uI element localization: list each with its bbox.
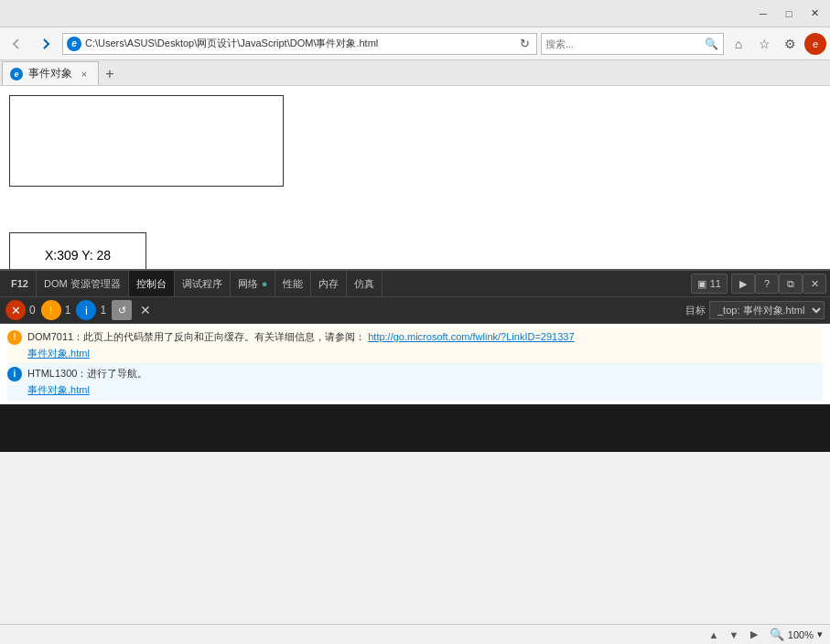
devtools-simulation-tab[interactable]: 仿真: [347, 271, 383, 296]
content-area: X:309 Y: 28: [0, 86, 830, 269]
console-line-info: i HTML1300：进行了导航。 事件对象.html: [7, 364, 823, 401]
forward-button[interactable]: [33, 31, 59, 57]
devtools-dock-button[interactable]: ⧉: [779, 274, 803, 294]
devtools-close-button[interactable]: ✕: [803, 274, 826, 294]
monitor-count: 11: [710, 278, 721, 289]
address-text: C:\Users\ASUS\Desktop\网页设计\JavaScript\DO…: [85, 37, 512, 50]
title-bar: ─ □ ✕: [0, 0, 830, 27]
tab-事件对象[interactable]: e 事件对象 ×: [2, 61, 99, 85]
settings-button[interactable]: ⚙: [779, 33, 801, 55]
devtools-panel: F12 DOM 资源管理器 控制台 调试程序 网络 ● 性能 内存 仿真 ▣ 1…: [0, 269, 830, 452]
warning-code: DOM7011：此页上的代码禁用了反向和正向缓存。有关详细信息，请参阅：: [27, 331, 365, 342]
error-badge[interactable]: ✕: [5, 300, 26, 320]
console-clear-button[interactable]: ✕: [135, 300, 156, 320]
search-button[interactable]: 🔍: [703, 36, 719, 52]
zoom-area: 🔍 100% ▾: [770, 628, 823, 641]
devtools-network-tab[interactable]: 网络 ●: [231, 271, 276, 296]
devtools-console-tab[interactable]: 控制台: [129, 271, 175, 296]
devtools-memory-tab[interactable]: 内存: [311, 271, 347, 296]
scroll-right-button[interactable]: ▶: [746, 627, 762, 643]
devtools-help-button[interactable]: ?: [755, 274, 779, 294]
status-bar: ▲ ▼ ▶ 🔍 100% ▾: [0, 624, 830, 644]
console-output: ! DOM7011：此页上的代码禁用了反向和正向缓存。有关详细信息，请参阅： h…: [0, 324, 830, 404]
address-bar[interactable]: e C:\Users\ASUS\Desktop\网页设计\JavaScript\…: [62, 33, 537, 55]
monitor-icon: ▣: [697, 278, 706, 290]
zoom-dropdown-icon[interactable]: ▾: [817, 628, 823, 640]
search-bar: 🔍: [541, 33, 724, 55]
devtools-play-button[interactable]: ▶: [731, 274, 755, 294]
coord-text: X:309 Y: 28: [45, 248, 111, 263]
target-bar: 目标 _top: 事件对象.html: [685, 301, 825, 319]
scroll-buttons: ▲ ▼ ▶: [706, 627, 762, 643]
console-refresh-button[interactable]: ↺: [112, 300, 132, 320]
tab-close-button[interactable]: ×: [78, 68, 91, 80]
devtools-right-controls: ▣ 11 ▶ ? ⧉ ✕: [691, 274, 826, 294]
refresh-button[interactable]: ↻: [516, 36, 533, 52]
user-button[interactable]: e: [804, 33, 826, 55]
coord-box: X:309 Y: 28: [9, 232, 146, 269]
info-icon: i: [7, 367, 22, 381]
target-label: 目标: [685, 304, 706, 317]
main-bordered-box: [9, 95, 284, 187]
ie-icon: e: [67, 37, 81, 51]
nav-bar: e C:\Users\ASUS\Desktop\网页设计\JavaScript\…: [0, 27, 830, 60]
scroll-down-button[interactable]: ▼: [726, 627, 742, 643]
warning-badge[interactable]: !: [41, 300, 61, 320]
tab-favicon: e: [10, 68, 23, 80]
back-button[interactable]: [4, 31, 29, 57]
warning-link[interactable]: http://go.microsoft.com/fwlink/?LinkID=2…: [368, 331, 574, 342]
devtools-debugger-tab[interactable]: 调试程序: [175, 271, 231, 296]
devtools-monitor-button[interactable]: ▣ 11: [691, 274, 728, 294]
nav-right-icons: ⌂ ☆ ⚙ e: [728, 33, 826, 55]
browser-content: X:309 Y: 28: [0, 86, 830, 269]
info-badge[interactable]: i: [76, 300, 96, 320]
warning-file[interactable]: 事件对象.html: [27, 348, 90, 359]
error-count: 0: [29, 304, 36, 317]
search-input[interactable]: [545, 38, 701, 49]
info-file[interactable]: 事件对象.html: [27, 384, 90, 395]
favorites-button[interactable]: ☆: [753, 33, 775, 55]
zoom-level: 100%: [788, 629, 814, 640]
devtools-action-bar: ✕ 0 ! 1 i 1 ↺ ✕ 目标 _top: 事件对象.html: [0, 296, 830, 324]
console-info-text: HTML1300：进行了导航。 事件对象.html: [27, 366, 823, 398]
home-button[interactable]: ⌂: [728, 33, 749, 55]
tab-label: 事件对象: [28, 66, 72, 81]
devtools-tabs: F12 DOM 资源管理器 控制台 调试程序 网络 ● 性能 内存 仿真 ▣ 1…: [0, 271, 830, 296]
warning-count: 1: [65, 304, 71, 317]
info-count: 1: [100, 304, 106, 317]
zoom-icon: 🔍: [770, 628, 784, 641]
title-bar-buttons: ─ □ ✕: [751, 4, 826, 24]
close-button[interactable]: ✕: [803, 4, 826, 24]
console-line-warning: ! DOM7011：此页上的代码禁用了反向和正向缓存。有关详细信息，请参阅： h…: [7, 327, 823, 364]
minimize-button[interactable]: ─: [751, 4, 775, 24]
new-tab-button[interactable]: +: [99, 63, 121, 85]
scroll-up-button[interactable]: ▲: [706, 627, 722, 643]
devtools-performance-tab[interactable]: 性能: [275, 271, 311, 296]
target-select[interactable]: _top: 事件对象.html: [709, 301, 825, 319]
tab-bar: e 事件对象 × +: [0, 60, 830, 86]
info-code: HTML1300：进行了导航。: [27, 368, 147, 379]
console-warning-text: DOM7011：此页上的代码禁用了反向和正向缓存。有关详细信息，请参阅： htt…: [27, 329, 823, 361]
warning-icon: !: [7, 330, 22, 345]
devtools-dom-tab[interactable]: DOM 资源管理器: [37, 271, 129, 296]
devtools-f12-label[interactable]: F12: [4, 271, 37, 296]
maximize-button[interactable]: □: [777, 4, 801, 24]
